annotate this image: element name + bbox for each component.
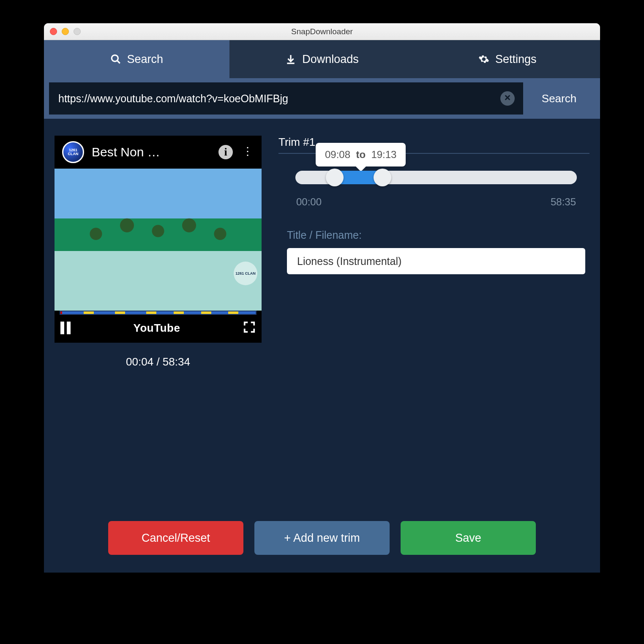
search-row: Search: [44, 78, 600, 119]
seek-progress: [60, 311, 62, 314]
svg-point-0: [112, 55, 118, 61]
player-controls: YouTube: [55, 317, 262, 343]
url-input-container: [49, 82, 523, 115]
youtube-brand: YouTube: [134, 322, 180, 335]
save-button[interactable]: Save: [401, 521, 536, 555]
range-from: 09:08: [325, 149, 350, 160]
url-input[interactable]: [57, 92, 500, 105]
search-icon: [110, 54, 121, 65]
range-to-word: to: [356, 149, 366, 160]
range-to: 19:13: [371, 149, 396, 160]
clear-input-button[interactable]: [500, 91, 515, 106]
footer-buttons: Cancel/Reset + Add new trim Save: [44, 508, 600, 573]
chapter-mark: [228, 311, 238, 314]
filename-field-container: [287, 248, 585, 274]
search-button[interactable]: Search: [523, 82, 595, 115]
video-frame: 1261 CLAN: [55, 169, 262, 311]
range-tooltip: 09:08 to 19:13: [316, 143, 406, 166]
video-title: Best Non …: [92, 145, 160, 159]
cancel-button-label: Cancel/Reset: [142, 532, 210, 545]
filename-input[interactable]: [296, 255, 576, 268]
dual-range-track[interactable]: [295, 171, 577, 184]
tab-downloads-label: Downloads: [302, 53, 359, 66]
trim-panel: Trim #1 09:08 to 19:13 00:00 58:35: [278, 136, 589, 508]
range-labels: 00:00 58:35: [296, 196, 576, 208]
preview-time-display: 00:04 / 58:34: [55, 355, 262, 368]
video-watermark: 1261 CLAN: [234, 262, 257, 285]
fullscreen-button[interactable]: [243, 321, 256, 335]
app-body: Search Downloads Settings: [44, 40, 600, 573]
range-handle-end[interactable]: [374, 169, 391, 186]
info-icon[interactable]: i: [218, 145, 233, 159]
gear-icon: [478, 54, 489, 65]
svg-line-1: [117, 60, 120, 63]
chapter-mark: [84, 311, 94, 314]
content-area: 1261 CLAN Best Non … i ⋮ 1261 CLAN: [44, 119, 600, 508]
add-trim-button[interactable]: + Add new trim: [254, 521, 390, 555]
mac-titlebar: SnapDownloader: [44, 23, 600, 40]
main-tabs: Search Downloads Settings: [44, 40, 600, 78]
tab-settings[interactable]: Settings: [415, 40, 600, 78]
chapter-mark: [146, 311, 156, 314]
seek-bar[interactable]: [60, 311, 257, 315]
download-icon: [285, 54, 296, 65]
save-button-label: Save: [455, 532, 481, 545]
add-trim-button-label: + Add new trim: [284, 532, 360, 545]
tab-search-label: Search: [127, 53, 164, 66]
range-label-start: 00:00: [296, 196, 322, 208]
tab-settings-label: Settings: [495, 53, 537, 66]
chapter-mark: [115, 311, 125, 314]
app-window: SnapDownloader Search Downloads Sett: [44, 23, 600, 573]
chapter-mark: [174, 311, 184, 314]
search-button-label: Search: [542, 92, 576, 105]
trim-range-slider[interactable]: 09:08 to 19:13 00:00 58:35: [295, 171, 577, 208]
window-title: SnapDownloader: [44, 27, 600, 36]
video-player[interactable]: 1261 CLAN Best Non … i ⋮ 1261 CLAN: [55, 136, 262, 343]
pause-button[interactable]: [60, 322, 71, 334]
close-icon: [504, 94, 511, 103]
channel-avatar[interactable]: 1261 CLAN: [62, 141, 84, 163]
more-menu-icon[interactable]: ⋮: [242, 145, 254, 159]
player-header: 1261 CLAN Best Non … i ⋮: [55, 136, 262, 169]
cancel-button[interactable]: Cancel/Reset: [108, 521, 243, 555]
chapter-mark: [201, 311, 211, 314]
tab-downloads[interactable]: Downloads: [229, 40, 415, 78]
tab-search[interactable]: Search: [44, 40, 229, 78]
filename-label: Title / Filename:: [287, 229, 589, 241]
range-label-end: 58:35: [551, 196, 576, 208]
video-preview-panel: 1261 CLAN Best Non … i ⋮ 1261 CLAN: [55, 136, 262, 508]
range-handle-start[interactable]: [326, 169, 344, 186]
